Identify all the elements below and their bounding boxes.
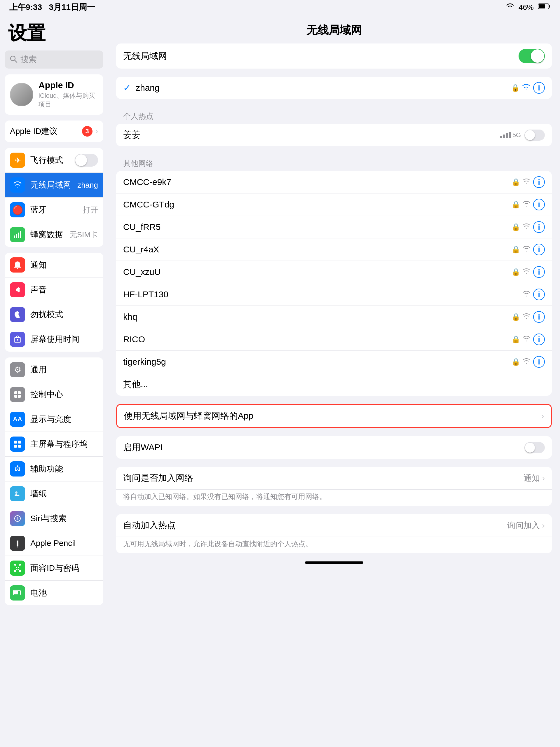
- main-layout: 设置 搜索 Apple ID iCloud、媒体与购买项目 Apple ID: [0, 15, 560, 747]
- network-info-icon[interactable]: i: [533, 266, 545, 278]
- wifi-icon-small: [523, 291, 530, 298]
- sidebar: 设置 搜索 Apple ID iCloud、媒体与购买项目 Apple ID: [0, 15, 108, 747]
- notification-label: 通知: [30, 259, 98, 271]
- network-info-icon[interactable]: i: [533, 356, 545, 368]
- hotspot-group: 姜姜 5G: [116, 124, 552, 146]
- network-item-rico[interactable]: RICO 🔒 i: [116, 328, 552, 351]
- sidebar-item-dnd[interactable]: 勿扰模式: [5, 302, 103, 327]
- apple-id-suggestion[interactable]: Apple ID建议 3 ›: [5, 121, 103, 142]
- network-info-icon[interactable]: i: [533, 176, 545, 188]
- network-info-icon[interactable]: i: [533, 334, 545, 345]
- network-item-khq[interactable]: khq 🔒 i: [116, 306, 552, 328]
- svg-rect-1: [549, 5, 550, 7]
- sidebar-item-pencil[interactable]: Apple Pencil: [5, 531, 103, 556]
- pencil-label: Apple Pencil: [30, 539, 98, 548]
- sidebar-item-screentime[interactable]: 屏幕使用时间: [5, 327, 103, 352]
- network-item-cu-frr5[interactable]: CU_fRR5 🔒 i: [116, 216, 552, 238]
- status-time: 上午9:33: [9, 3, 42, 12]
- network-info-icon[interactable]: i: [533, 311, 545, 323]
- network-item-cu-r4ax[interactable]: CU_r4aX 🔒 i: [116, 238, 552, 261]
- lock-icon: 🔒: [512, 246, 520, 254]
- battery-label: 电池: [30, 587, 98, 598]
- sidebar-item-faceid[interactable]: 面容ID与密码: [5, 556, 103, 581]
- sidebar-item-control-center[interactable]: 控制中心: [5, 382, 103, 407]
- profile-name: Apple ID: [39, 80, 98, 90]
- sidebar-item-cellular[interactable]: 蜂窝数据 无SIM卡: [5, 222, 103, 247]
- network-item-other[interactable]: 其他...: [116, 373, 552, 396]
- sidebar-item-siri[interactable]: Siri与搜索: [5, 506, 103, 531]
- wifi-app-section[interactable]: 使用无线局域网与蜂窝网络的App ›: [116, 404, 552, 428]
- wifi-signal-icon: [522, 84, 530, 92]
- app-section-item[interactable]: 使用无线局域网与蜂窝网络的App ›: [117, 405, 551, 427]
- siri-icon: [10, 511, 25, 526]
- bluetooth-value: 打开: [83, 205, 98, 215]
- faceid-icon: [10, 561, 25, 576]
- bluetooth-icon: 🔴: [10, 202, 25, 217]
- sidebar-item-wallpaper[interactable]: 墙纸: [5, 482, 103, 506]
- wapi-toggle[interactable]: [525, 442, 545, 453]
- network-item-hf-lpt130[interactable]: HF-LPT130 i: [116, 283, 552, 306]
- signal-bar-2: [503, 134, 505, 138]
- auto-join-item[interactable]: 自动加入热点 询问加入 ›: [116, 514, 552, 537]
- svg-rect-34: [14, 591, 18, 594]
- wifi-icon-small: [523, 268, 530, 276]
- sidebar-item-homescreen[interactable]: 主屏幕与程序坞: [5, 432, 103, 457]
- status-time-date: 上午9:33 3月11日周一: [9, 2, 95, 13]
- hotspot-item[interactable]: 姜姜 5G: [116, 124, 552, 146]
- hotspot-toggle[interactable]: [525, 130, 545, 140]
- status-icons: 46%: [506, 3, 551, 12]
- network-info-icon[interactable]: i: [533, 221, 545, 233]
- sidebar-item-accessibility[interactable]: 辅助功能: [5, 457, 103, 482]
- wapi-item[interactable]: 启用WAPI: [116, 436, 552, 459]
- hotspot-section-header: 个人热点: [116, 107, 552, 124]
- homescreen-label: 主屏幕与程序坞: [30, 439, 98, 450]
- sidebar-item-general[interactable]: ⚙ 通用: [5, 357, 103, 382]
- connected-network-item[interactable]: ✓ zhang 🔒 i: [116, 77, 552, 99]
- airplane-toggle[interactable]: [75, 154, 98, 166]
- wifi-icon: [10, 177, 25, 192]
- join-network-value: 通知: [524, 473, 540, 484]
- status-date: 3月11日周一: [49, 3, 95, 12]
- accessibility-icon: [10, 461, 25, 476]
- airplane-icon: ✈: [10, 153, 25, 168]
- sidebar-item-battery[interactable]: 电池: [5, 581, 103, 605]
- network-item-cmcc-e9k7[interactable]: CMCC-e9k7 🔒 i: [116, 171, 552, 194]
- wifi-toggle-label: 无线局域网: [123, 50, 518, 62]
- profile-subtitle: iCloud、媒体与购买项目: [39, 91, 98, 109]
- network-name: CU_fRR5: [123, 222, 509, 232]
- network-item-cu-xzuu[interactable]: CU_xzuU 🔒 i: [116, 261, 552, 283]
- signal-bars: [500, 132, 511, 138]
- network-info-icon[interactable]: i: [533, 289, 545, 300]
- settings-group-connectivity: ✈ 飞行模式 无线局域网 zhang 🔴 蓝牙: [5, 148, 103, 247]
- signal-bar-4: [509, 132, 511, 138]
- sidebar-item-airplane[interactable]: ✈ 飞行模式: [5, 148, 103, 173]
- sidebar-item-display[interactable]: AA 显示与亮度: [5, 407, 103, 432]
- battery-sidebar-icon: [10, 585, 25, 600]
- svg-rect-13: [18, 391, 21, 394]
- sidebar-item-wifi[interactable]: 无线局域网 zhang: [5, 173, 103, 198]
- sidebar-item-bluetooth[interactable]: 🔴 蓝牙 打开: [5, 198, 103, 222]
- network-name: CMCC-GTdg: [123, 200, 509, 209]
- lock-icon: 🔒: [511, 84, 520, 92]
- wifi-toggle-switch[interactable]: [518, 49, 545, 63]
- network-item-cmcc-gtdg[interactable]: CMCC-GTdg 🔒 i: [116, 194, 552, 216]
- auto-join-value: 询问加入: [507, 520, 540, 531]
- svg-point-21: [15, 491, 18, 494]
- dnd-icon: [10, 307, 25, 322]
- search-bar[interactable]: 搜索: [5, 50, 103, 69]
- sidebar-item-notifications[interactable]: 通知: [5, 253, 103, 278]
- join-network-item[interactable]: 询问是否加入网络 通知 ›: [116, 467, 552, 490]
- sidebar-item-sound[interactable]: 声音: [5, 278, 103, 302]
- network-info-icon[interactable]: i: [533, 199, 545, 210]
- svg-rect-25: [17, 540, 18, 541]
- wifi-icon-small: [523, 224, 530, 231]
- svg-rect-27: [19, 565, 21, 566]
- network-info-icon[interactable]: i: [533, 243, 545, 255]
- wifi-toggle-item[interactable]: 无线局域网: [116, 44, 552, 69]
- svg-point-30: [16, 567, 17, 568]
- profile-section[interactable]: Apple ID iCloud、媒体与购买项目: [5, 74, 103, 115]
- connected-info-icon[interactable]: i: [533, 82, 545, 94]
- signal-bar-1: [500, 136, 502, 138]
- right-panel: 无线局域网 无线局域网 ✓ zhang 🔒 i: [108, 15, 560, 747]
- network-item-tigerking5g[interactable]: tigerking5g 🔒 i: [116, 351, 552, 373]
